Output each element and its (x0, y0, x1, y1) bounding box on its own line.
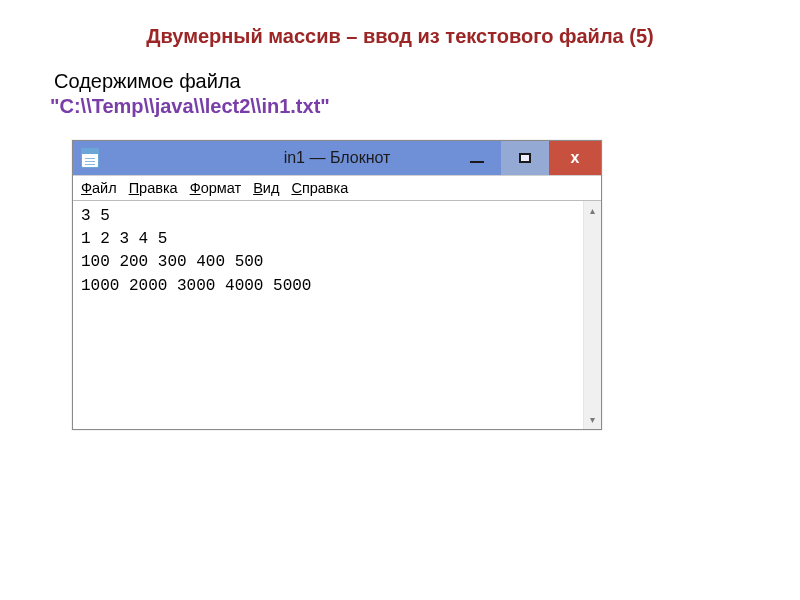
window-controls: x (453, 141, 601, 175)
menu-file[interactable]: Файл (81, 180, 117, 196)
close-button[interactable]: x (549, 141, 601, 175)
maximize-icon (519, 153, 531, 163)
scroll-up-icon: ▴ (590, 205, 595, 216)
close-icon: x (571, 149, 580, 167)
window-titlebar: in1 — Блокнот x (73, 141, 601, 175)
notepad-window: in1 — Блокнот x Файл Правка Формат Вид С… (72, 140, 602, 430)
menu-format[interactable]: Формат (190, 180, 242, 196)
menu-help[interactable]: Справка (291, 180, 348, 196)
menu-view[interactable]: Вид (253, 180, 279, 196)
minimize-icon (470, 161, 484, 163)
slide-title: Двумерный массив – ввод из текстового фа… (50, 25, 750, 48)
titlebar-left (73, 141, 99, 175)
vertical-scrollbar[interactable]: ▴ ▾ (583, 201, 601, 429)
intro-text: Содержимое файла (54, 70, 750, 93)
window-title: in1 — Блокнот (284, 149, 391, 167)
editor-area: 3 5 1 2 3 4 5 100 200 300 400 500 1000 2… (73, 201, 601, 429)
menu-bar: Файл Правка Формат Вид Справка (73, 175, 601, 201)
notepad-icon (81, 148, 99, 168)
text-content[interactable]: 3 5 1 2 3 4 5 100 200 300 400 500 1000 2… (73, 201, 583, 429)
menu-edit[interactable]: Правка (129, 180, 178, 196)
minimize-button[interactable] (453, 141, 501, 175)
maximize-button[interactable] (501, 141, 549, 175)
scroll-down-icon: ▾ (590, 414, 595, 425)
slide: Двумерный массив – ввод из текстового фа… (0, 0, 800, 430)
file-path: "C:\\Temp\\java\\lect2\\in1.txt" (50, 95, 750, 118)
